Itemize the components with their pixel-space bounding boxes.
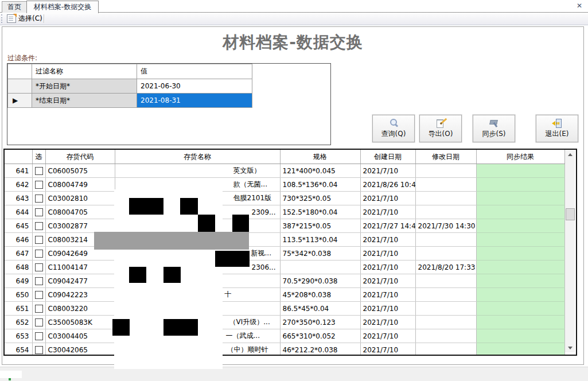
checkbox-cell <box>32 329 45 343</box>
select-button[interactable]: 选择(C) <box>5 13 45 24</box>
row-number-cell: 643 <box>5 192 32 205</box>
spec-cell: 70.5*290*0.038 <box>280 274 360 288</box>
spec-cell: 86.5*45*0.04 <box>280 302 360 316</box>
row-checkbox[interactable] <box>35 346 43 354</box>
spec-cell: 45*208*0.038 <box>280 288 360 302</box>
checkbox-cell <box>32 192 45 205</box>
name-cell: 英文版） <box>115 164 280 178</box>
row-checkbox[interactable] <box>35 236 43 244</box>
row-checkbox[interactable] <box>35 195 43 203</box>
modified-cell <box>415 316 476 329</box>
filter-name-cell: *结束日期* <box>32 94 137 108</box>
page-title: 材料档案-数据交换 <box>2 32 583 53</box>
row-checkbox[interactable] <box>35 332 43 340</box>
sync-result-cell <box>476 343 564 356</box>
row-number-cell: 652 <box>5 316 32 329</box>
spec-cell: 46*212.2*0.038 <box>280 343 360 356</box>
redaction-box <box>198 215 215 232</box>
exit-button[interactable]: 退出(E) <box>536 115 578 142</box>
spec-cell: 121*400*0.045 <box>280 164 360 178</box>
tab-home[interactable]: 首页 <box>2 1 27 13</box>
scrollbar-thumb[interactable] <box>566 208 575 220</box>
created-cell: 2021/7/10 <box>360 288 415 302</box>
export-document-icon <box>435 118 446 128</box>
filter-name-cell: *开始日期* <box>32 79 137 94</box>
spec-cell: 113.5*113*0.04 <box>280 233 360 247</box>
row-checkbox[interactable] <box>35 305 43 313</box>
modified-cell <box>415 205 476 219</box>
column-header[interactable]: 规格 <box>280 150 360 164</box>
row-checkbox[interactable] <box>35 263 43 271</box>
filter-value-cell[interactable]: 2021-06-30 <box>137 79 252 94</box>
column-header[interactable]: 同步结果 <box>476 150 564 164</box>
row-number-cell: 653 <box>5 329 32 343</box>
table-row: 653C03004405一（武成...665*310*0.0522021/7/1… <box>5 329 564 343</box>
vertical-scrollbar[interactable] <box>565 150 575 352</box>
row-checkbox[interactable] <box>35 291 43 299</box>
close-icon[interactable]: ✕ <box>575 1 584 10</box>
created-cell: 2021/7/10 <box>360 233 415 247</box>
modified-cell <box>415 164 476 178</box>
column-header[interactable]: 创建日期 <box>360 150 415 164</box>
toolbar-gripper[interactable] <box>1 14 2 23</box>
created-cell: 2021/7/10 <box>360 247 415 261</box>
row-number-cell: 642 <box>5 178 32 192</box>
filter-row-start-date: *开始日期* 2021-06-30 <box>8 79 252 94</box>
code-cell: C30042065 <box>45 343 115 356</box>
column-header[interactable]: 存货名称 <box>115 150 280 164</box>
table-row: 646C08003214113.5*113*0.042021/7/10 <box>5 233 564 247</box>
column-header[interactable]: 修改日期 <box>415 150 476 164</box>
redaction-box <box>112 319 130 336</box>
spec-cell: 152.5*180*0.04 <box>280 205 360 219</box>
spec-cell <box>280 261 360 274</box>
column-header[interactable] <box>5 150 32 164</box>
row-checkbox[interactable] <box>35 208 43 216</box>
spec-cell: 665*310*0.052 <box>280 329 360 343</box>
modified-cell <box>415 343 476 356</box>
row-checkbox[interactable] <box>35 181 43 189</box>
code-cell: C11004147 <box>45 261 115 274</box>
code-cell: C03002810 <box>45 192 115 205</box>
row-number-cell: 650 <box>5 288 32 302</box>
select-button-label: 选择(C) <box>18 14 42 24</box>
row-checkbox[interactable] <box>35 250 43 258</box>
redaction-box <box>94 232 249 250</box>
row-checkbox[interactable] <box>35 222 43 230</box>
modified-cell <box>415 178 476 192</box>
scroll-down-icon[interactable] <box>565 343 575 352</box>
tab-material-archive-exchange[interactable]: 材料档案-数据交换 <box>26 1 99 13</box>
code-cell: C08004749 <box>45 178 115 192</box>
exit-button-label: 退出(E) <box>546 129 569 139</box>
filter-value-cell-selected[interactable]: 2021-08-31 <box>137 94 252 108</box>
row-checkbox[interactable] <box>35 167 43 175</box>
table-row: 641C06005075英文版）121*400*0.0452021/7/10 <box>5 164 564 178</box>
sync-button[interactable]: 同步(S) <box>473 115 515 142</box>
checkbox-cell <box>32 274 45 288</box>
filter-row-end-date: ▶ *结束日期* 2021-08-31 <box>8 94 252 108</box>
filter-value-header: 值 <box>137 64 252 79</box>
export-button[interactable]: 导出(O) <box>419 115 462 142</box>
column-header[interactable]: 存货代码 <box>45 150 115 164</box>
filter-name-header: 过滤名称 <box>32 64 137 79</box>
sync-result-cell <box>476 261 564 274</box>
created-cell: 2021/7/10 <box>360 343 415 356</box>
spec-cell: 75*342*0.038 <box>280 247 360 261</box>
table-header-row: 选存货代码存货名称规格创建日期修改日期同步结果 <box>5 150 564 164</box>
scroll-up-icon[interactable] <box>565 150 575 159</box>
modified-cell <box>415 247 476 261</box>
row-checkbox[interactable] <box>35 318 43 326</box>
tab-active-label: 材料档案-数据交换 <box>34 2 91 12</box>
table-row: 648C110041472306...2021/7/102021/8/20 17… <box>5 261 564 274</box>
redaction-box <box>0 371 22 378</box>
filter-header-row: 过滤名称 值 <box>8 64 252 79</box>
created-cell: 2021/7/27 14:47 <box>360 219 415 233</box>
row-checkbox[interactable] <box>35 277 43 285</box>
sync-result-cell <box>476 302 564 316</box>
checkbox-cell <box>32 247 45 261</box>
content-panel: 材料档案-数据交换 过滤条件: 过滤名称 值 *开始日期* 2021-06-30… <box>2 26 584 365</box>
created-cell: 2021/7/10 <box>360 164 415 178</box>
toolbar-separator <box>44 14 44 23</box>
table-row: 642C08004749款（无菌...108.5*136*0.042021/8/… <box>5 178 564 192</box>
column-header[interactable]: 选 <box>32 150 45 164</box>
query-button[interactable]: 查询(Q) <box>372 115 415 142</box>
